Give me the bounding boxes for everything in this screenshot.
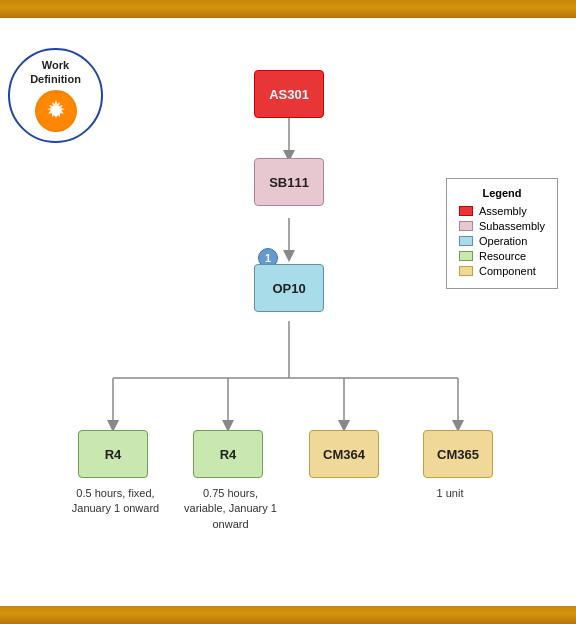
- resource2-label: 0.75 hours, variable, January 1 onward: [183, 486, 278, 532]
- logo-container: WorkDefinition: [8, 48, 103, 143]
- legend-operation-label: Operation: [479, 235, 527, 247]
- component2-label: 1 unit: [415, 486, 485, 501]
- resource1-label: 0.5 hours, fixed, January 1 onward: [68, 486, 163, 517]
- operation-swatch: [459, 236, 473, 246]
- legend-subassembly-label: Subassembly: [479, 220, 545, 232]
- logo-title: WorkDefinition: [30, 59, 81, 85]
- legend: Legend Assembly Subassembly Operation Re…: [446, 178, 558, 289]
- legend-resource-label: Resource: [479, 250, 526, 262]
- main-content: WorkDefinition AS301: [0, 18, 576, 606]
- wood-bar-bottom: [0, 606, 576, 624]
- legend-item-component: Component: [459, 265, 545, 277]
- node-resource-1[interactable]: R4: [78, 430, 148, 478]
- legend-item-resource: Resource: [459, 250, 545, 262]
- subassembly-swatch: [459, 221, 473, 231]
- component-swatch: [459, 266, 473, 276]
- legend-assembly-label: Assembly: [479, 205, 527, 217]
- node-assembly[interactable]: AS301: [254, 70, 324, 118]
- legend-item-operation: Operation: [459, 235, 545, 247]
- wood-bar-top: [0, 0, 576, 18]
- legend-item-subassembly: Subassembly: [459, 220, 545, 232]
- gear-icon: [42, 97, 70, 125]
- logo-icon: [35, 90, 77, 132]
- node-subassembly[interactable]: SB111: [254, 158, 324, 206]
- legend-component-label: Component: [479, 265, 536, 277]
- assembly-swatch: [459, 206, 473, 216]
- node-operation[interactable]: OP10: [254, 264, 324, 312]
- legend-item-assembly: Assembly: [459, 205, 545, 217]
- node-component-2[interactable]: CM365: [423, 430, 493, 478]
- node-resource-2[interactable]: R4: [193, 430, 263, 478]
- resource-swatch: [459, 251, 473, 261]
- legend-title: Legend: [459, 187, 545, 199]
- node-component-1[interactable]: CM364: [309, 430, 379, 478]
